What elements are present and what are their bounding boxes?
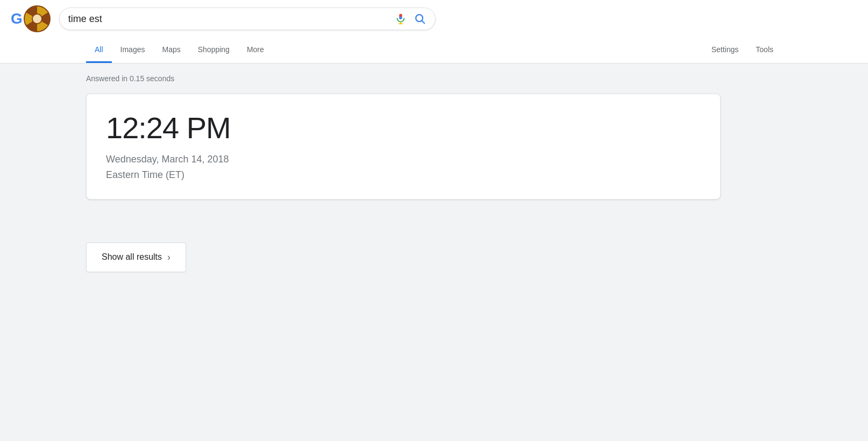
doodle-inner-circle	[32, 13, 42, 24]
search-input[interactable]: time est	[68, 13, 394, 25]
date-display: Wednesday, March 14, 2018 Eastern Time (…	[106, 152, 701, 183]
tab-settings[interactable]: Settings	[703, 38, 748, 63]
search-submit-icon[interactable]	[414, 12, 426, 25]
tab-maps[interactable]: Maps	[153, 38, 189, 63]
timezone-text: Eastern Time (ET)	[106, 167, 701, 183]
time-display: 12:24 PM	[106, 110, 701, 145]
show-all-results-button[interactable]: Show all results ›	[86, 243, 186, 272]
tab-tools[interactable]: Tools	[747, 38, 782, 63]
google-logo-area[interactable]: G	[11, 5, 51, 32]
google-g-letter: G	[11, 10, 23, 27]
main-content: Answered in 0.15 seconds 12:24 PM Wednes…	[0, 63, 868, 386]
svg-line-4	[422, 20, 424, 23]
search-bar[interactable]: time est	[59, 8, 436, 30]
nav-tabs: All Images Maps Shopping More Settings T…	[0, 38, 868, 63]
show-all-results-label: Show all results	[102, 252, 162, 262]
time-card: 12:24 PM Wednesday, March 14, 2018 Easte…	[86, 94, 721, 200]
tab-images[interactable]: Images	[112, 38, 154, 63]
show-all-section: Show all results ›	[86, 243, 782, 272]
header: G time est	[0, 0, 868, 63]
tab-shopping[interactable]: Shopping	[189, 38, 238, 63]
microphone-icon[interactable]	[394, 12, 407, 25]
svg-rect-0	[399, 14, 402, 19]
date-text: Wednesday, March 14, 2018	[106, 152, 701, 167]
result-stats: Answered in 0.15 seconds	[86, 74, 782, 83]
search-icons	[394, 12, 426, 25]
google-doodle	[24, 5, 51, 32]
tab-more[interactable]: More	[238, 38, 273, 63]
tab-all[interactable]: All	[86, 38, 112, 63]
header-top: G time est	[0, 0, 868, 38]
chevron-right-icon: ›	[167, 252, 170, 263]
google-logo: G	[11, 5, 51, 32]
